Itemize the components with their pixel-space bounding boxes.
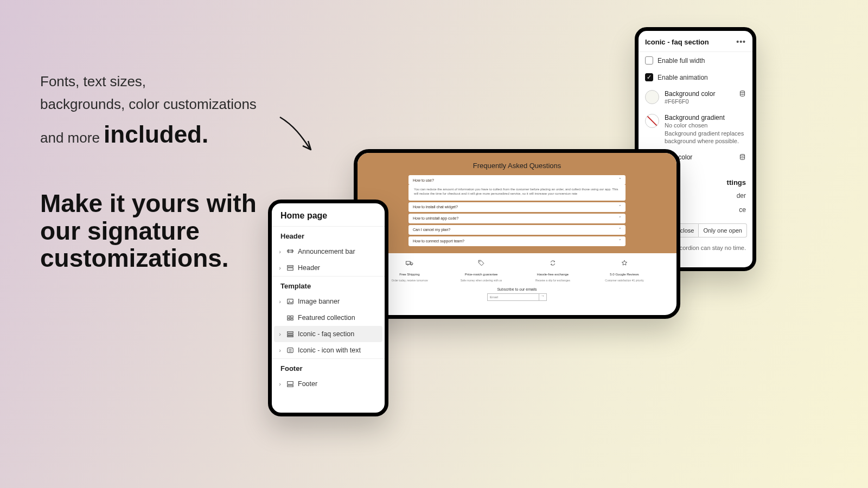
svg-rect-24: [288, 386, 293, 387]
color-swatch-icon: [645, 90, 659, 104]
svg-rect-2: [406, 261, 411, 264]
chevron-down-icon: ˅: [619, 239, 621, 243]
faq-item[interactable]: Can I cancel my plan? ˅: [409, 225, 626, 235]
email-input-row[interactable]: Email →: [487, 293, 547, 301]
svg-rect-19: [288, 336, 293, 337]
section-row-iconic-faq[interactable]: › Iconic - faq section: [274, 326, 382, 342]
benefit-item: Hassle-free exchange Receive a slip for …: [517, 260, 589, 282]
header-icon: [286, 264, 295, 272]
seg-only-one-open[interactable]: Only one open: [699, 223, 747, 237]
chevron-right-icon: ›: [277, 265, 283, 271]
chevron-down-icon: ˅: [619, 228, 621, 232]
section-row-image-banner[interactable]: › Image banner: [272, 293, 385, 310]
svg-rect-9: [288, 266, 293, 267]
database-icon[interactable]: [739, 90, 746, 99]
section-row-featured-collection[interactable]: › Featured collection: [272, 310, 385, 326]
chevron-right-icon: ›: [277, 347, 283, 354]
exchange-icon: [550, 260, 556, 266]
faq-preview-device: Frequently Asked Questions How to use? ˄…: [354, 149, 680, 319]
chevron-down-icon: ˅: [619, 216, 621, 221]
chevron-right-icon: ›: [277, 298, 283, 305]
database-icon[interactable]: [739, 153, 746, 162]
settings-panel-title: Iconic - faq section: [645, 38, 709, 46]
truck-icon: [406, 260, 413, 266]
svg-point-0: [740, 91, 744, 93]
checkbox-unchecked-icon[interactable]: [645, 56, 653, 65]
svg-rect-13: [288, 316, 290, 318]
announcement-icon: [286, 247, 295, 256]
star-icon: [621, 260, 628, 266]
more-icon[interactable]: •••: [736, 37, 746, 46]
svg-rect-10: [288, 268, 293, 270]
svg-rect-16: [291, 319, 293, 320]
faq-section-title: Frequently Asked Questions: [363, 162, 671, 170]
svg-rect-15: [288, 319, 290, 320]
arrow-icon: [275, 112, 323, 160]
faq-answer: You can reduce the amount of information…: [409, 185, 626, 201]
checkbox-checked-icon[interactable]: ✓: [645, 73, 653, 81]
chevron-up-icon: ˄: [619, 178, 621, 182]
icon-text-icon: [286, 346, 295, 355]
sections-panel-title: Home page: [272, 203, 385, 226]
enable-full-width-row[interactable]: Enable full width: [639, 52, 752, 69]
group-label-footer: Footer: [272, 358, 385, 376]
faq-item[interactable]: How to uninstall app code? ˅: [409, 214, 626, 223]
footer-icon: [286, 380, 295, 388]
image-icon: [286, 297, 295, 306]
chevron-down-icon: ˅: [619, 205, 621, 209]
svg-rect-18: [288, 334, 293, 335]
sections-panel-device: Home page Header › Announcement bar › He…: [268, 200, 388, 416]
svg-point-4: [411, 264, 412, 265]
svg-rect-20: [288, 348, 293, 353]
benefit-item: 5.0 Google Reviews Customer satisfaction…: [589, 260, 660, 282]
email-field[interactable]: Email: [488, 294, 539, 300]
svg-rect-14: [291, 316, 293, 318]
marketing-line-3: and more included.: [40, 115, 257, 153]
enable-animation-row[interactable]: ✓ Enable animation: [639, 69, 752, 86]
faq-item[interactable]: How to use? ˄: [409, 175, 626, 185]
background-gradient-row[interactable]: Background gradient No color chosen Back…: [639, 110, 752, 149]
section-row-announcement-bar[interactable]: › Announcement bar: [272, 243, 385, 260]
svg-point-1: [740, 155, 744, 156]
chevron-right-icon: ›: [277, 381, 283, 387]
section-row-footer[interactable]: › Footer: [272, 376, 385, 392]
background-color-row[interactable]: Background color #F6F6F0: [639, 86, 752, 110]
chevron-right-icon: ›: [277, 248, 283, 255]
marketing-line-1: Fonts, text sizes,: [40, 70, 257, 93]
section-icon: [286, 330, 295, 338]
marketing-line-2: backgrounds, color customizations: [40, 93, 257, 116]
faq-item[interactable]: How to connect support team? ˅: [409, 236, 626, 246]
faq-item[interactable]: How to install chat widget? ˅: [409, 202, 626, 212]
group-label-header: Header: [272, 226, 385, 243]
submit-arrow-icon[interactable]: →: [539, 294, 546, 300]
section-row-header[interactable]: › Header: [272, 260, 385, 276]
svg-rect-17: [288, 332, 293, 333]
collection-icon: [286, 313, 295, 322]
chevron-right-icon: ›: [277, 331, 283, 337]
subscribe-label: Subscribe to our emails: [358, 287, 676, 291]
marketing-headline: Make it yours with our signature customi…: [40, 190, 273, 272]
section-row-iconic-icon-text[interactable]: › Iconic - icon with text: [272, 342, 385, 358]
marketing-copy-top: Fonts, text sizes, backgrounds, color cu…: [40, 70, 257, 154]
benefit-item: Price-match guarantee Safe money when or…: [445, 260, 517, 282]
svg-point-3: [407, 264, 408, 265]
no-color-swatch-icon: [645, 114, 659, 128]
svg-point-12: [289, 300, 290, 301]
svg-rect-23: [288, 382, 293, 384]
group-label-template: Template: [272, 276, 385, 293]
tag-icon: [478, 260, 484, 266]
svg-point-5: [480, 261, 481, 262]
